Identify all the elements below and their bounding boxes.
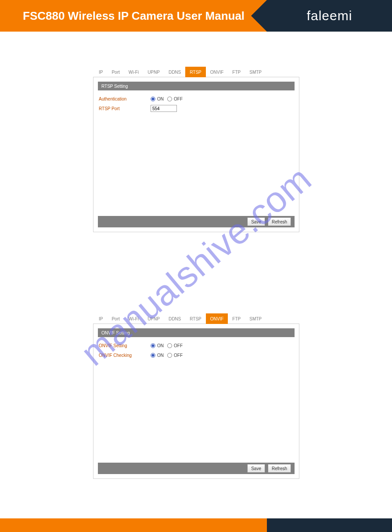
page-header: FSC880 Wireless IP Camera User Manual fa… [0,0,392,32]
row-onvif-checking: ONVIF Checking ON OFF [98,350,295,360]
panel-body-onvif: ONVIF Setting ONVIF Setting ON OFF ONVIF… [94,324,299,478]
radio-onvif-checking-off[interactable] [167,353,172,358]
tab-smtp[interactable]: SMTP [245,67,266,77]
tab-onvif[interactable]: ONVIF [206,313,228,324]
control-rtsp-port [151,105,177,112]
input-rtsp-port[interactable] [151,105,177,112]
tab-smtp[interactable]: SMTP [245,313,266,324]
tab-ip[interactable]: IP [94,313,107,324]
tab-ftp[interactable]: FTP [228,313,245,324]
radio-auth-off[interactable] [167,97,172,101]
label-onvif-setting: ONVIF Setting [98,343,151,348]
tab-rtsp[interactable]: RTSP [185,313,206,324]
settings-panel-rtsp: IP Port Wi-Fi UPNP DDNS RTSP ONVIF FTP S… [93,77,299,232]
radio-onvif-checking-on[interactable] [151,353,155,358]
row-authentication: Authentication ON OFF [98,94,295,104]
tab-port[interactable]: Port [107,313,124,324]
header-title-bar: FSC880 Wireless IP Camera User Manual [0,0,267,32]
section-content-rtsp: Authentication ON OFF RTSP Port [98,90,295,216]
radio-onvif-setting-on[interactable] [151,343,155,348]
row-rtsp-port: RTSP Port [98,104,295,113]
label-onvif-checking: ONVIF Checking [98,353,151,358]
refresh-button[interactable]: Refresh [268,217,291,226]
tab-wifi[interactable]: Wi-Fi [124,67,143,77]
radio-onvif-setting-off[interactable] [167,343,172,348]
control-authentication: ON OFF [151,97,184,101]
section-header-rtsp: RTSP Setting [98,82,295,90]
section-header-onvif: ONVIF Setting [98,328,295,337]
tab-upnp[interactable]: UPNP [143,313,164,324]
tab-ddns[interactable]: DDNS [164,67,185,77]
save-button[interactable]: Save [247,464,265,473]
label-rtsp-port: RTSP Port [98,106,151,111]
button-bar-onvif: Save Refresh [98,463,295,474]
brand-logo: faleemi [307,8,352,23]
radio-label-on: ON [157,97,164,101]
radio-label-off: OFF [174,97,183,101]
refresh-button[interactable]: Refresh [268,464,291,473]
radio-label-on: ON [157,353,164,358]
tab-wifi[interactable]: Wi-Fi [124,313,143,324]
page-title: FSC880 Wireless IP Camera User Manual [23,9,245,23]
radio-label-off: OFF [174,353,183,358]
tab-onvif[interactable]: ONVIF [206,67,228,77]
brand-area: faleemi [267,0,392,32]
tab-port[interactable]: Port [107,67,124,77]
tab-bar-rtsp: IP Port Wi-Fi UPNP DDNS RTSP ONVIF FTP S… [94,67,266,77]
row-onvif-setting: ONVIF Setting ON OFF [98,341,295,350]
tab-bar-onvif: IP Port Wi-Fi UPNP DDNS RTSP ONVIF FTP S… [94,313,266,324]
settings-panel-onvif: IP Port Wi-Fi UPNP DDNS RTSP ONVIF FTP S… [93,324,299,479]
label-authentication: Authentication [98,97,151,101]
tab-rtsp[interactable]: RTSP [185,67,206,77]
radio-label-on: ON [157,343,164,348]
radio-label-off: OFF [174,343,183,348]
footer-orange [0,518,267,532]
save-button[interactable]: Save [247,217,265,226]
tab-ddns[interactable]: DDNS [164,313,185,324]
control-onvif-checking: ON OFF [151,353,184,358]
control-onvif-setting: ON OFF [151,343,184,348]
tab-ftp[interactable]: FTP [228,67,245,77]
button-bar-rtsp: Save Refresh [98,216,295,227]
footer-dark [267,518,392,532]
page-footer [0,518,392,532]
panel-body-rtsp: RTSP Setting Authentication ON OFF RTSP … [94,77,299,232]
section-content-onvif: ONVIF Setting ON OFF ONVIF Checking ON O… [98,337,295,463]
tab-upnp[interactable]: UPNP [143,67,164,77]
tab-ip[interactable]: IP [94,67,107,77]
radio-auth-on[interactable] [151,97,155,101]
